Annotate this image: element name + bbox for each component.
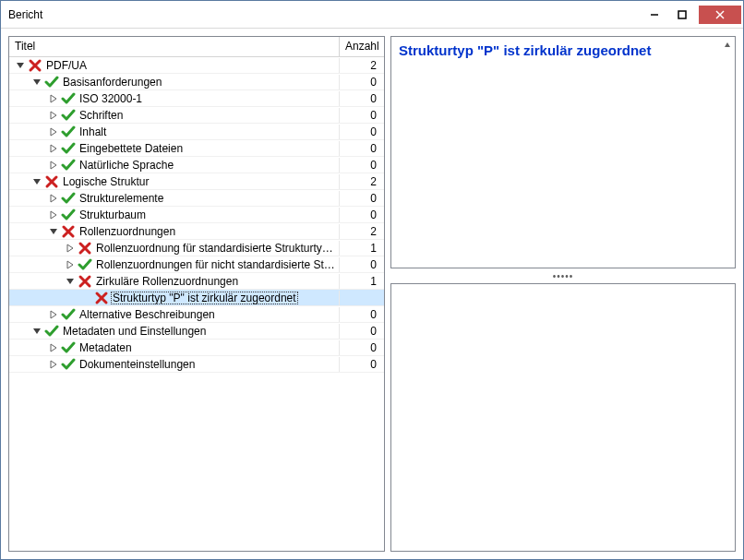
- tree-row-label: Strukturbaum: [78, 209, 148, 221]
- svg-marker-13: [33, 179, 41, 185]
- tree-row-count: 0: [340, 325, 384, 338]
- tree-row[interactable]: Alternative Beschreibungen0: [9, 306, 384, 323]
- tree-row-count: 2: [340, 59, 384, 72]
- right-column: Strukturtyp "P" ist zirkulär zugeordnet …: [390, 36, 736, 552]
- tree-row-label: Strukturelemente: [78, 192, 165, 205]
- chevron-down-icon[interactable]: [31, 326, 42, 337]
- tree-row[interactable]: Eingebettete Dateien0: [9, 140, 384, 157]
- chevron-down-icon[interactable]: [31, 77, 42, 88]
- svg-rect-1: [678, 11, 686, 18]
- tree-row-count: 1: [340, 242, 384, 255]
- chevron-right-icon[interactable]: [65, 259, 76, 270]
- report-window: Bericht Titel Anzahl PDF/UA2Basisanforde…: [0, 0, 744, 560]
- checkmark-icon: [61, 91, 76, 106]
- column-header-count[interactable]: Anzahl: [340, 37, 384, 56]
- tree-row-label: Strukturtyp "P" ist zirkulär zugeordnet: [111, 292, 298, 304]
- tree-row-title-cell: Eingebettete Dateien: [9, 141, 340, 156]
- column-header-title[interactable]: Titel: [9, 37, 340, 56]
- chevron-right-icon[interactable]: [48, 126, 59, 137]
- tree-row[interactable]: ISO 32000-10: [9, 90, 384, 107]
- maximize-button[interactable]: [669, 6, 695, 24]
- tree-row-count: 0: [340, 192, 384, 205]
- tree-row-count: 0: [340, 209, 384, 221]
- tree-row[interactable]: Inhalt0: [9, 124, 384, 140]
- svg-marker-32: [33, 328, 41, 334]
- chevron-right-icon[interactable]: [65, 243, 76, 254]
- horizontal-splitter[interactable]: •••••: [390, 272, 736, 280]
- tree-row[interactable]: Rollenzuordnungen für nicht standardisie…: [9, 256, 384, 273]
- tree-row-title-cell: Logische Struktur: [9, 174, 340, 189]
- content-area: Titel Anzahl PDF/UA2Basisanforderungen0I…: [1, 29, 743, 559]
- tree-row-title-cell: Metadaten: [9, 340, 340, 355]
- checkmark-icon: [44, 324, 59, 339]
- checkmark-icon: [61, 340, 76, 355]
- svg-marker-16: [51, 195, 56, 202]
- window-title: Bericht: [8, 8, 640, 21]
- svg-marker-31: [51, 311, 56, 318]
- svg-marker-8: [51, 95, 56, 102]
- chevron-right-icon[interactable]: [48, 209, 59, 220]
- chevron-down-icon[interactable]: [31, 176, 42, 187]
- tree-row[interactable]: Rollenzuordnung für standardisierte Stru…: [9, 240, 384, 256]
- tree-row-count: 0: [340, 92, 384, 105]
- minimize-button[interactable]: [642, 6, 667, 24]
- chevron-right-icon[interactable]: [48, 110, 59, 121]
- close-button[interactable]: [699, 6, 741, 24]
- tree-row-count: 1: [340, 275, 384, 288]
- tree-row[interactable]: Strukturbaum0: [9, 207, 384, 223]
- tree-row[interactable]: Metadaten und Einstellungen0: [9, 323, 384, 340]
- tree-row[interactable]: Strukturelemente0: [9, 190, 384, 207]
- chevron-right-icon[interactable]: [48, 93, 59, 104]
- tree-row[interactable]: Zirkuläre Rollenzuordnungen1: [9, 273, 384, 290]
- maximize-icon: [678, 10, 687, 19]
- tree-row-title-cell: Strukturelemente: [9, 191, 340, 206]
- tree-row-count: 0: [340, 159, 384, 172]
- checkmark-icon: [44, 75, 59, 89]
- svg-marker-33: [51, 344, 56, 351]
- svg-marker-10: [51, 128, 56, 136]
- close-icon: [715, 10, 725, 19]
- tree-row-count: 0: [340, 258, 384, 271]
- chevron-right-icon[interactable]: [48, 309, 59, 320]
- tree-row[interactable]: Metadaten0: [9, 340, 384, 356]
- tree-row-label: Rollenzuordnung für standardisierte Stru…: [94, 242, 335, 255]
- chevron-right-icon[interactable]: [48, 143, 59, 154]
- tree-row[interactable]: Schriften0: [9, 107, 384, 124]
- svg-marker-25: [66, 279, 74, 284]
- titlebar[interactable]: Bericht: [1, 1, 743, 29]
- tree-row-label: Basisanforderungen: [61, 76, 163, 89]
- chevron-down-icon[interactable]: [65, 276, 76, 287]
- chevron-right-icon[interactable]: [48, 359, 59, 370]
- tree-row[interactable]: Dokumenteinstellungen0: [9, 356, 384, 373]
- checkmark-icon: [61, 158, 76, 173]
- tree-row-count: 0: [340, 341, 384, 354]
- tree-row-label: Dokumenteinstellungen: [78, 358, 197, 371]
- tree-row-title-cell: PDF/UA: [9, 58, 340, 73]
- tree-row-count: 0: [340, 358, 384, 371]
- tree-row[interactable]: PDF/UA2: [9, 57, 384, 74]
- checkmark-icon: [61, 141, 76, 156]
- tree-row[interactable]: Rollenzuordnungen2: [9, 223, 384, 240]
- tree-body[interactable]: PDF/UA2Basisanforderungen0ISO 32000-10Sc…: [9, 57, 384, 551]
- tree-row-label: Inhalt: [78, 125, 108, 138]
- tree-row-title-cell: Alternative Beschreibungen: [9, 307, 340, 322]
- tree-row[interactable]: Logische Struktur2: [9, 173, 384, 190]
- tree-row-count: 2: [340, 175, 384, 188]
- tree-row[interactable]: Natürliche Sprache0: [9, 157, 384, 173]
- svg-marker-12: [51, 161, 56, 169]
- chevron-right-icon[interactable]: [48, 160, 59, 171]
- splitter-dots: •••••: [553, 271, 574, 281]
- tree-row-count: 0: [340, 109, 384, 122]
- chevron-down-icon[interactable]: [48, 226, 59, 237]
- minimize-icon: [650, 10, 659, 19]
- tree-row-title-cell: Rollenzuordnung für standardisierte Stru…: [9, 241, 340, 256]
- chevron-right-icon[interactable]: [48, 193, 59, 204]
- tree-row-title-cell: Schriften: [9, 108, 340, 123]
- tree-row[interactable]: Strukturtyp "P" ist zirkulär zugeordnet: [9, 290, 384, 306]
- chevron-right-icon[interactable]: [48, 342, 59, 353]
- tree-row-title-cell: Strukturbaum: [9, 208, 340, 222]
- tree-row[interactable]: Basisanforderungen0: [9, 74, 384, 90]
- tree-row-title-cell: Natürliche Sprache: [9, 158, 340, 173]
- chevron-down-icon[interactable]: [15, 60, 26, 71]
- scroll-up-icon[interactable]: [722, 39, 733, 52]
